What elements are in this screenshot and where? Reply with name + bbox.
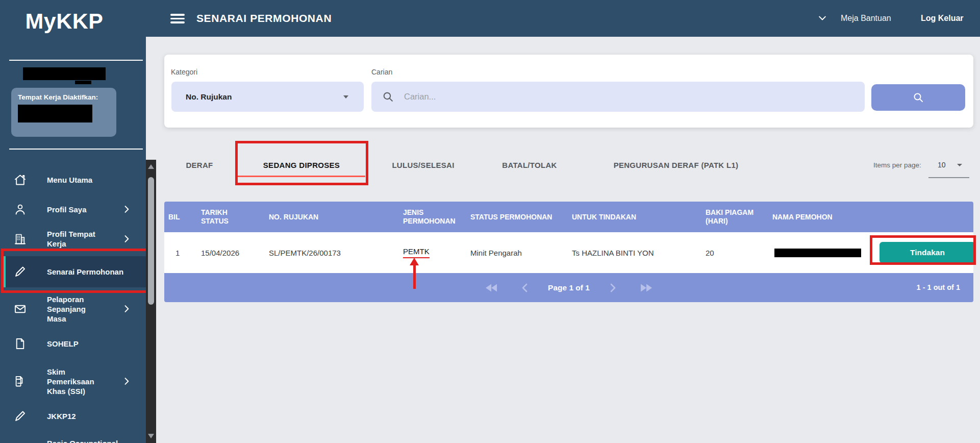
kategori-label: Kategori [171, 68, 197, 76]
column-header-untuk-tindakan: UNTUK TINDAKAN [568, 213, 701, 222]
sidebar-scrollbar-thumb[interactable] [148, 177, 154, 305]
annotated-jenis-value: PEMTK [403, 247, 430, 258]
pencil-icon [13, 409, 27, 423]
envelope-icon [13, 302, 27, 316]
sidebar-item-label: Menu Utama [47, 175, 134, 185]
filter-card: Kategori No. Rujukan Carian [164, 55, 973, 128]
cell-status-permohonan: Minit Pengarah [466, 249, 568, 257]
logout-link[interactable]: Log Keluar [921, 0, 964, 37]
sidebar-item-sohelp[interactable]: SOHELP [0, 333, 146, 354]
search-icon [382, 90, 394, 103]
divider [9, 60, 143, 61]
tab-batal-tolak[interactable]: BATAL/TOLAK [489, 153, 570, 177]
sidebar-item-jkkp12[interactable]: JKKP12 [0, 406, 146, 426]
search-input[interactable] [403, 82, 852, 112]
chevron-right-icon [121, 304, 132, 314]
column-header-bil: BIL [164, 213, 197, 222]
redacted-user-detail [75, 81, 91, 84]
redacted-nama-pemohon [774, 249, 861, 257]
search-button[interactable] [871, 84, 965, 111]
tab-pengurusan-deraf[interactable]: PENGURUSAN DERAF (PATK L1) [592, 153, 760, 177]
cell-jenis-permohonan: PEMTK [399, 247, 466, 258]
hamburger-menu-icon[interactable] [170, 14, 185, 23]
sidebar-item-label: Basic Occupational [47, 438, 134, 443]
result-range-text: 1 - 1 out of 1 [917, 273, 960, 302]
tab-deraf[interactable]: DERAF [177, 153, 222, 177]
cell-tarikh-status: 15/04/2026 [197, 249, 265, 257]
sidebar-item-label: Pelaporan Sepanjang Masa [47, 294, 99, 324]
cell-no-rujukan: SL/PEMTK/26/00173 [265, 249, 399, 257]
workplace-panel: Tempat Kerja Diaktifkan: [11, 88, 116, 137]
sidebar-item-label: Profil Tempat Kerja [47, 229, 99, 249]
page-indicator: Page 1 of 1 [548, 283, 590, 292]
sidebar-item-label: Profil Saya [47, 205, 134, 214]
chevron-right-icon [121, 234, 132, 244]
first-page-icon[interactable] [484, 282, 501, 293]
sidebar-item-menu-utama[interactable]: Menu Utama [0, 169, 146, 190]
annotation-box-tindakan-button [870, 235, 976, 265]
cell-bil: 1 [164, 249, 197, 257]
caret-down-icon[interactable] [957, 164, 962, 166]
previous-page-icon[interactable] [520, 282, 529, 293]
caret-down-icon [343, 95, 348, 99]
column-header-baki-piagam: BAKI PIAGAM (HARI) [701, 208, 768, 226]
sidebar-item-skim-pemeriksaan-khas[interactable]: Skim Pemeriksaan Khas (SSI) [0, 365, 146, 397]
scroll-up-arrow-icon[interactable] [148, 164, 154, 169]
help-link[interactable]: Meja Bantuan [841, 0, 891, 37]
app-logo: MyKKP [0, 9, 129, 34]
copy-pages-icon [13, 375, 27, 388]
topbar: SENARAI PERMOHONAN Meja Bantuan Log Kelu… [0, 0, 980, 37]
carian-label: Carian [371, 68, 392, 76]
sidebar-item-pelaporan-sepanjang-masa[interactable]: Pelaporan Sepanjang Masa [0, 293, 146, 325]
app-canvas: SENARAI PERMOHONAN Meja Bantuan Log Kelu… [0, 0, 980, 443]
sidebar-item-label: Skim Pemeriksaan Khas (SSI) [47, 367, 99, 396]
cell-baki-piagam: 20 [701, 249, 768, 257]
redacted-username [23, 67, 106, 80]
table-header: BIL TARIKH STATUS NO. RUJUKAN JENIS PERM… [164, 202, 973, 232]
chevron-down-icon[interactable] [817, 13, 828, 23]
column-header-tarikh-status: TARIKH STATUS [197, 208, 265, 226]
items-per-page-underline [928, 177, 969, 178]
chevron-right-icon [121, 204, 132, 214]
workplace-label: Tempat Kerja Diaktifkan: [18, 93, 98, 101]
kategori-select[interactable]: No. Rujukan [171, 82, 364, 112]
column-header-jenis-permohonan: JENIS PERMOHONAN [399, 208, 466, 226]
sidebar-item-label: SOHELP [47, 339, 134, 349]
kategori-selected-value: No. Rujukan [186, 82, 232, 112]
divider [9, 149, 143, 150]
items-per-page-label: Items per page: [873, 153, 921, 177]
building-icon [13, 232, 27, 246]
column-header-no-rujukan: NO. RUJUKAN [265, 213, 399, 222]
tab-lulus-selesai[interactable]: LULUS/SELESAI [379, 153, 468, 177]
annotation-arrow-pemtk [410, 258, 419, 289]
sidebar-item-label: JKKP12 [47, 411, 134, 421]
scroll-down-arrow-icon[interactable] [148, 434, 154, 438]
cell-nama-pemohon [768, 249, 871, 257]
items-per-page-select[interactable]: 10 [938, 153, 946, 177]
annotation-box-active-tab [235, 141, 368, 185]
page-title: SENARAI PERMOHONAN [196, 0, 332, 37]
cell-untuk-tindakan: Ts HAZLINA BINTI YON [568, 249, 701, 257]
pagination-bar: Page 1 of 1 1 - 1 out of 1 [164, 273, 973, 302]
next-page-icon[interactable] [609, 282, 617, 293]
search-field [371, 82, 865, 112]
table-row: 1 15/04/2026 SL/PEMTK/26/00173 PEMTK Min… [164, 232, 973, 273]
last-page-icon[interactable] [637, 282, 654, 293]
annotation-box-sidebar-item [1, 249, 154, 293]
home-icon [13, 173, 27, 187]
column-header-status-permohonan: STATUS PERMOHONAN [466, 213, 568, 222]
sidebar-item-basic-occupational[interactable]: Basic Occupational [0, 434, 146, 443]
person-icon [13, 203, 27, 216]
sidebar: MyKKP Tempat Kerja Diaktifkan: Menu Utam… [0, 0, 146, 443]
column-header-nama-pemohon: NAMA PEMOHON [768, 213, 871, 222]
document-icon [13, 337, 27, 351]
sidebar-item-profil-saya[interactable]: Profil Saya [0, 199, 146, 219]
chevron-right-icon [121, 376, 132, 386]
redacted-workplace-name [18, 105, 92, 122]
